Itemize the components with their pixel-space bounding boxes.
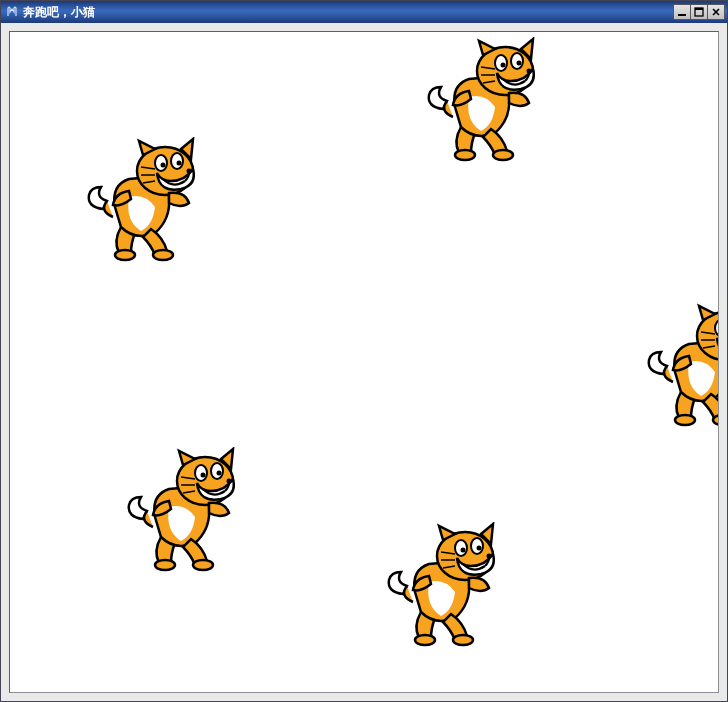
cat-3[interactable] [645, 302, 719, 432]
svg-point-35 [415, 635, 435, 645]
svg-point-33 [201, 473, 206, 478]
svg-point-39 [455, 540, 467, 556]
svg-point-15 [155, 155, 167, 171]
minimize-button[interactable] [673, 4, 691, 20]
svg-point-32 [211, 463, 223, 479]
svg-point-6 [527, 69, 532, 74]
svg-point-16 [171, 153, 183, 169]
window-title: 奔跑吧，小猫 [23, 4, 95, 21]
svg-point-19 [675, 415, 695, 425]
svg-point-41 [461, 548, 466, 553]
app-icon [5, 5, 19, 19]
svg-point-31 [195, 465, 207, 481]
svg-point-14 [187, 169, 192, 174]
application-window: 奔跑吧，小猫 [0, 0, 728, 702]
svg-point-36 [453, 635, 473, 645]
svg-rect-0 [678, 14, 686, 16]
cat-1[interactable] [425, 37, 545, 167]
svg-point-7 [495, 55, 507, 71]
svg-rect-2 [695, 8, 703, 10]
svg-point-18 [177, 161, 182, 166]
svg-point-3 [455, 150, 475, 160]
close-button[interactable] [707, 4, 725, 20]
svg-point-38 [487, 554, 492, 559]
cat-4[interactable] [125, 447, 245, 577]
maximize-button[interactable] [690, 4, 708, 20]
svg-point-12 [153, 250, 173, 260]
svg-point-30 [227, 479, 232, 484]
svg-point-4 [493, 150, 513, 160]
titlebar: 奔跑吧，小猫 [1, 1, 727, 23]
svg-point-8 [511, 53, 523, 69]
svg-point-34 [217, 471, 222, 476]
svg-point-17 [161, 163, 166, 168]
svg-point-9 [501, 63, 506, 68]
svg-point-40 [471, 538, 483, 554]
canvas[interactable] [9, 31, 719, 693]
svg-point-28 [193, 560, 213, 570]
cat-5[interactable] [385, 522, 505, 652]
svg-point-20 [713, 415, 719, 425]
svg-point-27 [155, 560, 175, 570]
window-controls [673, 4, 725, 20]
svg-point-42 [477, 546, 482, 551]
svg-point-23 [715, 320, 719, 336]
client-area [1, 23, 727, 701]
svg-point-10 [517, 61, 522, 66]
cat-2[interactable] [85, 137, 205, 267]
svg-point-11 [115, 250, 135, 260]
title-left: 奔跑吧，小猫 [5, 4, 95, 21]
